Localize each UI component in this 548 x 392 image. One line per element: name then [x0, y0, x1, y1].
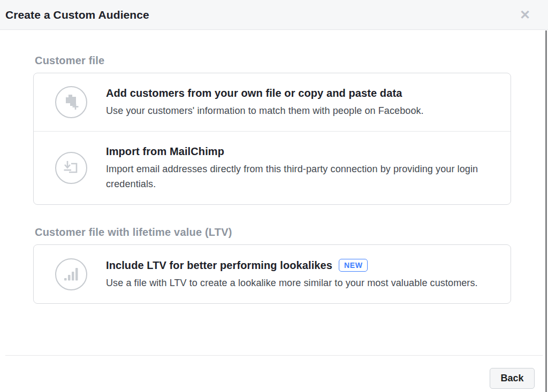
modal-body: Customer file	[0, 30, 548, 304]
footer-divider	[5, 355, 543, 356]
file-plus-icon	[55, 86, 87, 118]
option-title: Add customers from your own file or copy…	[106, 87, 402, 99]
section-label: Customer file with lifetime value (LTV)	[35, 226, 511, 239]
option-add-customers-from-file[interactable]: Add customers from your own file or copy…	[34, 73, 511, 131]
section-customer-file-ltv: Customer file with lifetime value (LTV)	[33, 226, 511, 304]
option-group: Add customers from your own file or copy…	[33, 73, 511, 205]
option-description: Import email addresses directly from thi…	[106, 162, 494, 191]
section-label: Customer file	[35, 55, 511, 67]
window-edge-scrollbar	[545, 30, 547, 392]
close-icon: ✕	[520, 9, 530, 21]
option-title: Include LTV for better performing lookal…	[106, 259, 332, 272]
option-description: Use a file with LTV to create a lookalik…	[106, 275, 494, 290]
option-import-from-mailchimp[interactable]: Import from MailChimp Import email addre…	[34, 131, 511, 204]
bar-chart-icon	[55, 258, 87, 290]
modal-title: Create a Custom Audience	[5, 9, 149, 21]
modal-header: Create a Custom Audience ✕	[0, 0, 548, 30]
option-include-ltv[interactable]: Include LTV for better performing lookal…	[34, 245, 511, 303]
option-title: Import from MailChimp	[106, 145, 224, 158]
close-button[interactable]: ✕	[517, 7, 533, 23]
create-custom-audience-modal: Create a Custom Audience ✕ Customer file	[0, 0, 548, 392]
modal-footer: Back	[0, 355, 545, 392]
option-group: Include LTV for better performing lookal…	[33, 244, 511, 304]
back-button[interactable]: Back	[490, 368, 535, 389]
section-customer-file: Customer file	[33, 55, 511, 205]
new-badge: NEW	[339, 259, 368, 272]
import-icon	[55, 152, 87, 184]
option-description: Use your customers' information to match…	[106, 103, 494, 118]
